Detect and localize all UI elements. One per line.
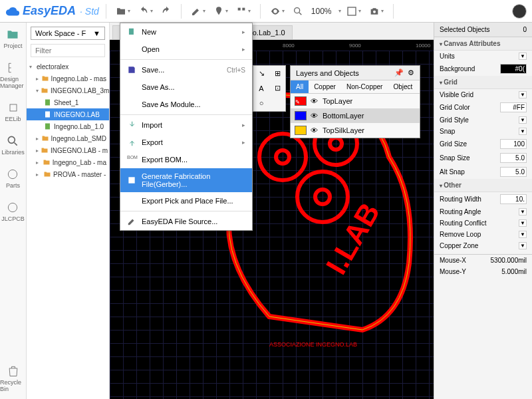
layers-tab-noncopper[interactable]: Non-Copper: [341, 80, 388, 93]
tool-button[interactable]: A: [253, 81, 269, 96]
svg-point-2: [295, 7, 300, 13]
tool-button[interactable]: ○: [253, 96, 269, 110]
other-section[interactable]: Other: [434, 179, 532, 192]
pcb-icon: [44, 110, 52, 118]
grid-size-value[interactable]: 100: [500, 139, 527, 149]
edit-button[interactable]: ▾: [188, 4, 208, 19]
pin-icon[interactable]: 📌: [394, 68, 404, 77]
pencil-icon: [127, 217, 136, 226]
gear-icon[interactable]: ⚙: [408, 68, 414, 77]
tree-folder[interactable]: ▸INGEGNO.LAB - m: [27, 144, 109, 156]
tree-folder[interactable]: ▸Ingegno.Lab_SMD: [27, 132, 109, 144]
eye-icon[interactable]: 👁: [311, 112, 319, 120]
left-toolbar: Project Design Manager EELib Libraries P…: [0, 23, 27, 399]
redo-button[interactable]: [158, 4, 174, 19]
tool-button[interactable]: ⊞: [269, 66, 285, 80]
layers-tab-copper[interactable]: Copper: [309, 80, 341, 93]
tool-button[interactable]: ↘: [253, 66, 269, 80]
menu-save-module[interactable]: Save As Module...: [120, 96, 252, 113]
layout-button[interactable]: ▾: [344, 4, 364, 19]
zoom-value[interactable]: 100%: [311, 7, 332, 16]
menu-export-bom[interactable]: BOMExport BOM...: [120, 151, 252, 168]
copper-zone-dropdown[interactable]: ▼: [519, 242, 527, 249]
layout-icon: [346, 6, 357, 17]
undo-button[interactable]: ▾: [136, 4, 156, 19]
menu-generate-gerber[interactable]: Generate Fabrication File(Gerber)...: [120, 168, 252, 192]
visible-grid-dropdown[interactable]: ▼: [519, 91, 527, 98]
project-tree: ▾electoralex ▸Ingegno.Lab - mas ▾INGEGNO…: [27, 61, 109, 180]
menu-file-source[interactable]: EasyEDA File Source...: [120, 213, 252, 230]
workspace-selector[interactable]: Work Space - F▼: [31, 27, 105, 40]
layer-row[interactable]: 👁TopSilkLayer: [291, 123, 420, 138]
tree-root[interactable]: ▾electoralex: [27, 61, 109, 72]
design-manager-tab[interactable]: Design Manager: [0, 61, 26, 89]
tree-sheet[interactable]: Sheet_1: [27, 96, 109, 108]
eelib-tab[interactable]: EELib: [5, 101, 21, 122]
folder-icon: [6, 28, 19, 41]
align-button[interactable]: ▾: [233, 4, 253, 19]
remove-loop-dropdown[interactable]: ▼: [519, 231, 527, 238]
cloud-icon: [5, 4, 20, 19]
user-avatar[interactable]: [512, 4, 527, 19]
jlcpcb-tab[interactable]: JLCPCB: [1, 201, 25, 222]
menu-save-as[interactable]: Save As...: [120, 78, 252, 96]
routing-width-value[interactable]: 10.: [500, 194, 527, 204]
snap-dropdown[interactable]: ▼: [519, 128, 527, 135]
sheet-icon: [44, 98, 52, 106]
tree-pcb[interactable]: Ingegno.Lab_1.0: [27, 120, 109, 132]
svg-point-7: [9, 170, 17, 178]
grid-section[interactable]: Grid: [434, 76, 532, 89]
svg-rect-10: [45, 112, 50, 118]
layer-row[interactable]: ✎👁TopLayer: [291, 94, 420, 108]
view-button[interactable]: ▾: [267, 4, 287, 19]
routing-angle-dropdown[interactable]: ▼: [519, 208, 527, 215]
canvas-attributes-section[interactable]: Canvas Attributes: [434, 37, 532, 51]
menu-export-pick-place[interactable]: Export Pick and Place File...: [120, 192, 252, 209]
eye-icon[interactable]: 👁: [311, 97, 319, 105]
grid-color-value[interactable]: #FF: [500, 102, 527, 112]
filter-input[interactable]: [31, 44, 105, 57]
layers-tab-object[interactable]: Object: [388, 80, 418, 93]
svg-text:I.LAB: I.LAB: [319, 198, 386, 280]
tool-button[interactable]: ⊡: [269, 81, 285, 96]
layer-row[interactable]: 👁BottomLayer: [291, 108, 420, 123]
libraries-tab[interactable]: Libraries: [1, 134, 25, 156]
grid-style-dropdown[interactable]: ▼: [519, 116, 527, 124]
snap-size-value[interactable]: 5.0: [500, 153, 527, 163]
svg-rect-3: [348, 7, 356, 15]
parts-tab[interactable]: Parts: [6, 168, 20, 189]
tree-folder[interactable]: ▸Ingegno_Lab - ma: [27, 156, 109, 168]
layers-tab-all[interactable]: All: [291, 80, 309, 93]
menu-save[interactable]: Save...Ctrl+S: [120, 61, 252, 78]
tree-folder[interactable]: ▸PROVA - master -: [27, 168, 109, 180]
svg-text:ASSOCIAZIONE INGEGNO.LAB: ASSOCIAZIONE INGEGNO.LAB: [269, 341, 357, 348]
folder-icon: [41, 146, 49, 154]
camera-button[interactable]: ▾: [366, 4, 386, 19]
svg-point-14: [259, 134, 306, 180]
file-menu-button[interactable]: ▾: [113, 4, 133, 19]
svg-rect-5: [10, 104, 17, 111]
units-dropdown[interactable]: ▼: [519, 53, 527, 60]
new-icon: [127, 27, 136, 37]
background-value[interactable]: #0(: [500, 64, 527, 74]
menu-open[interactable]: Open▸: [120, 41, 252, 58]
zoom-in-button[interactable]: [290, 4, 306, 19]
alt-snap-value[interactable]: 5.0: [500, 167, 527, 177]
menu-export[interactable]: Export▸: [120, 134, 252, 151]
app-logo: EasyEDA · Std: [5, 4, 99, 19]
menu-new[interactable]: New▸: [120, 23, 252, 41]
tree-pcb[interactable]: INGEGNO.LAB: [27, 108, 109, 120]
search-icon: [6, 134, 19, 148]
eye-icon[interactable]: 👁: [311, 126, 319, 134]
place-button[interactable]: ▾: [211, 4, 231, 19]
recycle-bin-tab[interactable]: Recycle Bin: [0, 364, 26, 392]
project-tab[interactable]: Project: [3, 28, 22, 49]
tree-folder[interactable]: ▾INGEGNO.LAB_3m: [27, 84, 109, 96]
svg-rect-0: [238, 7, 241, 10]
gerber-icon: [127, 176, 136, 185]
svg-point-17: [330, 138, 342, 150]
menu-import[interactable]: Import▸: [120, 116, 252, 134]
routing-conflict-dropdown[interactable]: ▼: [519, 219, 527, 227]
redo-icon: [161, 6, 172, 17]
tree-folder[interactable]: ▸Ingegno.Lab - mas: [27, 72, 109, 84]
